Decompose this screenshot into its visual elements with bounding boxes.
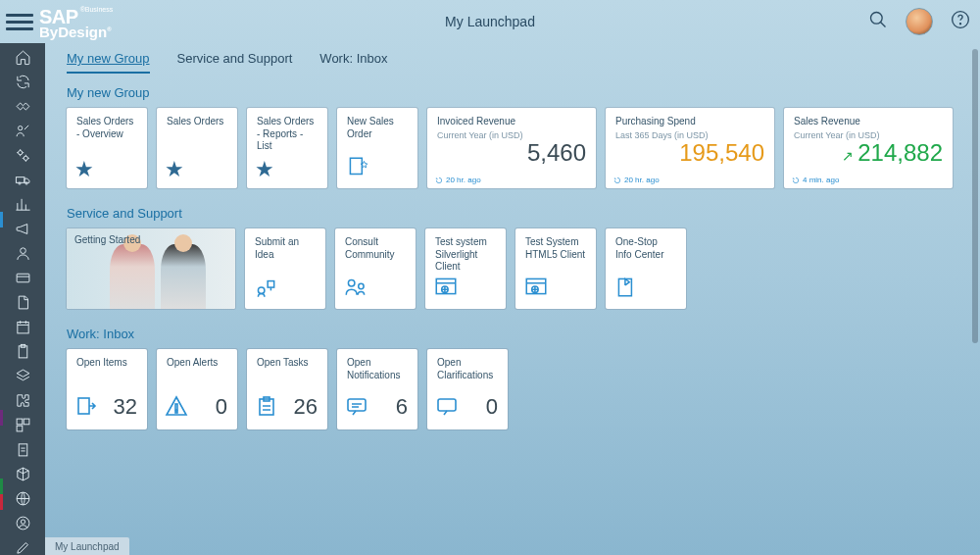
document-icon[interactable] xyxy=(13,294,32,311)
tile-test-html5[interactable]: Test System HTML5 Client xyxy=(515,228,596,309)
svg-rect-37 xyxy=(438,399,456,411)
tile-open-clarifications[interactable]: Open Clarifications 0 xyxy=(427,349,508,429)
tile-footer: 20 hr. ago xyxy=(435,176,481,184)
tile-submit-idea[interactable]: Submit an Idea xyxy=(245,228,325,309)
count-value: 32 xyxy=(114,394,137,420)
sap-logo: SAP®Business ByDesign® xyxy=(39,6,113,38)
tile-label: Open Items xyxy=(76,357,137,370)
document-arrow-icon xyxy=(74,394,98,422)
gears-icon[interactable] xyxy=(13,147,32,164)
tile-label: Open Tasks xyxy=(257,357,318,370)
tile-label: Sales Orders xyxy=(167,116,227,128)
truck-icon[interactable] xyxy=(13,172,32,188)
tile-label: Open Clarifications xyxy=(437,357,498,381)
globe-icon[interactable] xyxy=(13,490,32,507)
svg-rect-16 xyxy=(17,426,23,431)
handshake-icon[interactable] xyxy=(13,98,32,115)
calendar-icon[interactable] xyxy=(13,319,32,335)
tile-subtitle: Current Year (in USD) xyxy=(794,130,943,140)
document-star-icon xyxy=(345,155,370,184)
tab-my-new-group[interactable]: My new Group xyxy=(67,51,150,74)
svg-rect-21 xyxy=(350,158,362,174)
card-icon[interactable] xyxy=(13,270,32,286)
star-icon: ★ xyxy=(255,157,274,182)
tab-work-inbox[interactable]: Work: Inbox xyxy=(319,51,387,74)
person-illustration xyxy=(110,244,155,309)
svg-rect-36 xyxy=(348,399,366,411)
tile-label: One-Stop Info Center xyxy=(615,236,676,261)
tile-consult-community[interactable]: Consult Community xyxy=(335,228,416,309)
sidebar-accent xyxy=(0,212,3,227)
lightbulb-person-icon xyxy=(253,274,278,303)
clipboard-icon[interactable] xyxy=(13,343,32,360)
tile-footer: 4 min. ago xyxy=(792,176,839,184)
tile-subtitle: Current Year (in USD) xyxy=(437,130,586,140)
tile-open-notifications[interactable]: Open Notifications 6 xyxy=(337,349,417,429)
tile-label: Getting Started xyxy=(74,234,140,247)
group-title-my-new: My new Group xyxy=(67,85,955,100)
sidebar-accent xyxy=(0,479,3,494)
person-illustration xyxy=(174,234,192,252)
person-key-icon[interactable] xyxy=(13,123,32,139)
tile-foot-text: 20 hr. ago xyxy=(446,176,481,184)
tile-sales-orders[interactable]: Sales Orders ★ xyxy=(157,108,237,188)
tile-invoiced-revenue[interactable]: Invoiced Revenue Current Year (in USD) 5… xyxy=(427,108,596,188)
home-icon[interactable] xyxy=(13,49,32,66)
app-header: SAP®Business ByDesign® My Launchpad xyxy=(0,0,980,43)
refresh-icon[interactable] xyxy=(13,74,32,90)
warning-icon xyxy=(165,394,188,422)
tile-label: Sales Orders - Overview xyxy=(76,116,137,140)
svg-rect-15 xyxy=(24,419,29,425)
tile-footer: 20 hr. ago xyxy=(613,176,660,184)
browser-globe-icon xyxy=(523,274,549,303)
tile-open-tasks[interactable]: Open Tasks 26 xyxy=(247,349,327,429)
tile-test-silverlight[interactable]: Test system Silverlight Client xyxy=(425,228,506,309)
scrollbar[interactable] xyxy=(972,49,978,343)
cube-icon[interactable] xyxy=(13,466,32,482)
svg-rect-6 xyxy=(16,177,24,183)
menu-toggle-icon[interactable] xyxy=(6,8,33,35)
svg-rect-33 xyxy=(175,411,177,413)
svg-point-22 xyxy=(258,287,265,294)
tile-onestop-info[interactable]: One-Stop Info Center xyxy=(606,228,686,309)
tile-new-sales-order[interactable]: New Sales Order xyxy=(337,108,417,188)
group-tabs: My new Group Service and Support Work: I… xyxy=(67,51,955,74)
tile-label: New Sales Order xyxy=(347,116,408,140)
people-icon xyxy=(343,274,368,303)
tile-label: Open Alerts xyxy=(167,357,227,370)
star-icon: ★ xyxy=(74,157,94,182)
kpi-value: 195,540 xyxy=(679,139,764,167)
chart-icon[interactable] xyxy=(13,196,32,213)
tile-label: Test System HTML5 Client xyxy=(525,236,586,261)
edit-icon[interactable] xyxy=(13,539,32,555)
tile-open-items[interactable]: Open Items 32 xyxy=(67,349,147,429)
tile-open-alerts[interactable]: Open Alerts 0 xyxy=(157,349,237,429)
megaphone-icon[interactable] xyxy=(13,221,32,237)
svg-point-24 xyxy=(348,280,355,287)
chat-lines-icon xyxy=(345,394,368,422)
svg-point-8 xyxy=(24,182,26,184)
tile-subtitle: Last 365 Days (in USD) xyxy=(615,130,764,140)
search-icon[interactable] xyxy=(868,10,888,33)
puzzle-icon[interactable] xyxy=(13,392,32,409)
layers-icon[interactable] xyxy=(13,368,32,384)
tile-getting-started[interactable]: Getting Started xyxy=(67,228,235,309)
user-icon[interactable] xyxy=(13,245,32,262)
user-avatar[interactable] xyxy=(906,8,933,35)
dashboard-icon[interactable] xyxy=(13,417,32,433)
tile-sales-orders-reports[interactable]: Sales Orders - Reports - List ★ xyxy=(247,108,327,188)
tab-service-support[interactable]: Service and Support xyxy=(177,51,293,74)
clipboard2-icon[interactable] xyxy=(13,441,32,458)
tile-sales-revenue[interactable]: Sales Revenue Current Year (in USD) 214,… xyxy=(784,108,953,188)
tile-purchasing-spend[interactable]: Purchasing Spend Last 365 Days (in USD) … xyxy=(606,108,774,188)
tile-sales-orders-overview[interactable]: Sales Orders - Overview ★ xyxy=(67,108,147,188)
svg-point-4 xyxy=(18,151,22,155)
svg-point-3 xyxy=(18,126,22,130)
chat-bubble-icon xyxy=(435,394,459,422)
account-icon[interactable] xyxy=(13,515,32,531)
svg-rect-11 xyxy=(17,323,27,333)
tile-foot-text: 4 min. ago xyxy=(803,176,839,184)
count-value: 0 xyxy=(216,394,227,420)
help-icon[interactable] xyxy=(951,10,970,33)
tile-label: Invoiced Revenue xyxy=(437,116,586,128)
